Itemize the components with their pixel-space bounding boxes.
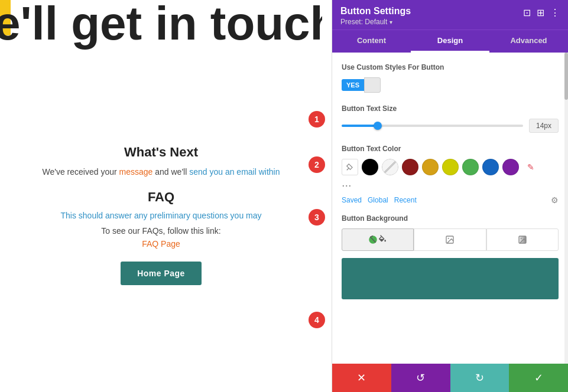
text-size-section: Button Text Size 14px	[342, 104, 559, 133]
chevron-down-icon: ▾	[390, 19, 392, 25]
saved-tab[interactable]: Saved	[342, 196, 362, 204]
action-bar: ✕ ↺ ↻ ✓	[332, 364, 568, 392]
slider-value: 14px	[529, 119, 559, 133]
more-options-icon[interactable]: ⋮	[550, 7, 560, 18]
global-tab[interactable]: Global	[368, 196, 388, 204]
color-tabs-row: Saved Global Recent ⚙	[342, 195, 559, 205]
svg-point-2	[448, 238, 449, 239]
panel-tabs: Content Design Advanced	[332, 30, 568, 53]
svg-line-0	[347, 168, 349, 171]
faq-link-line: To see our FAQs, follow this link:	[101, 226, 220, 236]
recent-tab[interactable]: Recent	[394, 196, 417, 204]
color-swatch-blue[interactable]	[482, 159, 499, 175]
faq-page-link[interactable]: FAQ Page	[142, 239, 180, 249]
color-swatch-gold[interactable]	[422, 159, 439, 175]
toggle-row: YES	[342, 77, 559, 93]
tab-advanced[interactable]: Advanced	[489, 30, 568, 53]
badge-1: 1	[309, 111, 325, 128]
settings-panel: Button Settings Preset: Default ▾ ⊡ ⊞ ⋮ …	[332, 0, 568, 392]
pencil-icon[interactable]: ✎	[522, 159, 539, 175]
svg-point-4	[520, 238, 521, 239]
scrollbar-track[interactable]	[564, 53, 568, 364]
toggle-no[interactable]	[364, 77, 381, 93]
color-extra-row: ···	[342, 179, 559, 191]
message-text: We've received your message and we'll se…	[43, 167, 280, 177]
bg-color-btn[interactable]	[342, 228, 414, 251]
confirm-button[interactable]: ✓	[509, 364, 568, 392]
custom-styles-label: Use Custom Styles For Button	[342, 63, 559, 71]
scrollbar-thumb[interactable]	[564, 53, 568, 100]
slider-fill	[342, 125, 378, 127]
bg-color-preview	[342, 258, 559, 299]
minimize-icon[interactable]: ⊡	[523, 7, 531, 18]
text-color-label: Button Text Color	[342, 145, 559, 153]
faq-desc: This should answer any preliminary quest…	[60, 211, 261, 220]
more-colors-icon[interactable]: ···	[342, 179, 352, 191]
bg-type-row	[342, 228, 559, 251]
cancel-button[interactable]: ✕	[332, 364, 391, 392]
slider-thumb[interactable]	[374, 122, 382, 130]
panel-preset[interactable]: Preset: Default ▾	[340, 18, 411, 26]
bg-gradient-btn[interactable]	[486, 228, 559, 251]
redo-button[interactable]: ↻	[450, 364, 509, 392]
tab-content[interactable]: Content	[332, 30, 411, 53]
panel-header-left: Button Settings Preset: Default ▾	[340, 6, 411, 26]
tab-design[interactable]: Design	[411, 30, 489, 53]
color-swatch-white[interactable]	[382, 159, 398, 175]
badge-3: 3	[309, 209, 325, 226]
color-picker-row: ✎	[342, 159, 559, 175]
color-swatch-green[interactable]	[462, 159, 479, 175]
bg-section: Button Background	[342, 214, 559, 299]
panel-title: Button Settings	[340, 6, 411, 17]
panel-body: Use Custom Styles For Button YES Button …	[332, 53, 568, 364]
bg-image-btn[interactable]	[414, 228, 486, 251]
undo-button[interactable]: ↺	[391, 364, 450, 392]
color-swatch-yellow[interactable]	[442, 159, 459, 175]
color-swatch-darkred[interactable]	[402, 159, 418, 175]
text-color-section: Button Text Color	[342, 145, 559, 205]
home-page-button[interactable]: Home Page	[121, 262, 202, 285]
color-swatch-purple[interactable]	[502, 159, 519, 175]
panel-header-icons: ⊡ ⊞ ⋮	[523, 7, 560, 18]
panel-header: Button Settings Preset: Default ▾ ⊡ ⊞ ⋮	[332, 0, 568, 30]
bg-section-label: Button Background	[342, 214, 559, 223]
gear-icon[interactable]: ⚙	[551, 195, 559, 205]
whats-next-title: What's Next	[124, 145, 198, 160]
badge-4: 4	[309, 312, 325, 328]
expand-icon[interactable]: ⊞	[537, 7, 544, 18]
color-dropper-icon[interactable]	[342, 159, 358, 175]
slider-row: 14px	[342, 119, 559, 133]
badge-2: 2	[309, 156, 325, 173]
color-swatch-black[interactable]	[362, 159, 378, 175]
custom-styles-section: Use Custom Styles For Button YES	[342, 63, 559, 93]
faq-title: FAQ	[148, 190, 174, 205]
content-area: What's Next We've received your message …	[0, 145, 322, 285]
text-size-label: Button Text Size	[342, 104, 559, 113]
webpage-preview: e'll get in touch What's Next We've rece…	[0, 0, 322, 392]
slider-track[interactable]	[342, 125, 523, 127]
hero-text: e'll get in touch	[0, 0, 322, 47]
toggle-yes[interactable]: YES	[342, 79, 364, 91]
